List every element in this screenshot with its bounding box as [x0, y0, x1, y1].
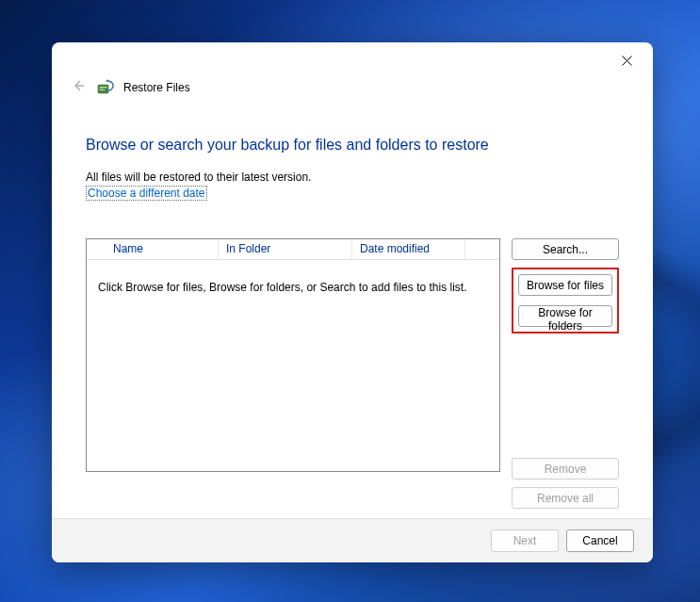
- listview-empty-message: Click Browse for files, Browse for folde…: [87, 260, 499, 471]
- column-spacer: [465, 239, 499, 259]
- main-area: Name In Folder Date modified Click Brows…: [86, 238, 619, 509]
- browse-highlight-box: Browse for files Browse for folders: [512, 268, 619, 334]
- remove-button: Remove: [512, 458, 619, 480]
- listview-header: Name In Folder Date modified: [87, 239, 499, 260]
- choose-date-row: Choose a different date: [86, 186, 619, 201]
- cancel-button[interactable]: Cancel: [566, 529, 634, 552]
- close-icon: [622, 56, 632, 66]
- column-name[interactable]: Name: [87, 239, 219, 259]
- choose-date-link[interactable]: Choose a different date: [86, 186, 207, 201]
- browse-files-button[interactable]: Browse for files: [518, 274, 612, 296]
- search-button[interactable]: Search...: [512, 238, 619, 260]
- header-row: Restore Files: [52, 76, 653, 103]
- restore-files-dialog: Restore Files Browse or search your back…: [52, 42, 653, 562]
- svg-rect-4: [100, 87, 107, 88]
- spacer: [512, 341, 619, 450]
- browse-folders-button[interactable]: Browse for folders: [518, 305, 612, 327]
- column-date-modified[interactable]: Date modified: [352, 239, 465, 259]
- close-button[interactable]: [613, 50, 640, 71]
- restore-files-icon: [97, 79, 114, 96]
- column-in-folder[interactable]: In Folder: [219, 239, 352, 259]
- back-arrow-icon: [71, 78, 86, 93]
- side-buttons: Search... Browse for files Browse for fo…: [512, 238, 619, 509]
- dialog-footer: Next Cancel: [52, 518, 653, 562]
- instruction-heading: Browse or search your backup for files a…: [86, 137, 619, 154]
- next-button: Next: [491, 529, 559, 552]
- window-title: Restore Files: [123, 81, 190, 94]
- remove-all-button: Remove all: [512, 487, 619, 509]
- content-area: Browse or search your backup for files a…: [52, 103, 653, 518]
- version-note: All files will be restored to their late…: [86, 171, 619, 184]
- file-listview[interactable]: Name In Folder Date modified Click Brows…: [86, 238, 500, 472]
- back-button: [69, 76, 88, 99]
- titlebar: [52, 42, 653, 76]
